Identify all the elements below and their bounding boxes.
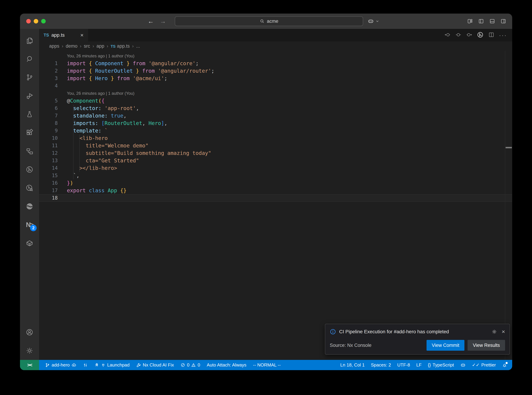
command-center-search[interactable]: acme: [175, 16, 363, 26]
more-actions-button[interactable]: ···: [499, 32, 507, 38]
code-text: export class App {}: [58, 187, 126, 193]
toggle-panel-icon[interactable]: [489, 18, 495, 24]
language-mode-status[interactable]: {} TypeScript: [428, 362, 454, 368]
breadcrumb[interactable]: apps›demo›src›app›TSapp.ts›...: [39, 41, 512, 51]
status-bar: >< add-hero Launchpad Nx Cloud AI Fix: [20, 360, 512, 370]
commit-graph-button[interactable]: [477, 31, 484, 39]
breadcrumb-separator: ›: [80, 44, 81, 49]
line-number: 3: [39, 76, 58, 81]
history-back-icon[interactable]: ←: [148, 17, 154, 25]
swirl-icon: [26, 202, 33, 210]
code-line-17: 17export class App {}: [39, 187, 512, 194]
sidebar-item-run-debug[interactable]: [20, 87, 39, 105]
sidebar-item-source-control[interactable]: [20, 68, 39, 87]
wrench-icon: [136, 363, 141, 368]
code-text: @Component({: [58, 98, 105, 104]
notification-settings-icon[interactable]: [492, 329, 497, 335]
code-editor[interactable]: You, 26 minutes ago | 1 author (You)1imp…: [39, 51, 512, 360]
line-number: 11: [39, 143, 58, 148]
tab-close-icon[interactable]: ×: [80, 32, 84, 38]
line-number: 17: [39, 188, 58, 193]
code-line-12: 12 subtitle="Build something amazing tod…: [39, 149, 512, 157]
indentation-status[interactable]: Spaces: 2: [371, 362, 391, 368]
sidebar-item-search[interactable]: [20, 50, 39, 68]
toggle-primary-sidebar-icon[interactable]: [478, 18, 484, 24]
view-commit-button[interactable]: View Commit: [427, 340, 465, 351]
toggle-secondary-sidebar-icon[interactable]: [500, 18, 506, 24]
encoding-status[interactable]: UTF-8: [397, 362, 410, 368]
auto-attach-status[interactable]: Auto Attach: Always: [207, 362, 246, 368]
copilot-menu[interactable]: [367, 14, 379, 29]
view-results-button[interactable]: View Results: [468, 340, 505, 351]
circled-branch-icon: [26, 165, 33, 174]
code-line-16: 16}): [39, 179, 512, 187]
tab-app-ts[interactable]: TS app.ts ×: [39, 29, 88, 41]
cursor-position-status[interactable]: Ln 18, Col 1: [340, 362, 365, 368]
code-line-7: 7 standalone: true,: [39, 112, 512, 120]
git-branch-status[interactable]: add-hero: [45, 362, 76, 368]
breadcrumb-item-app[interactable]: app: [97, 44, 104, 49]
sidebar-item-graph-search[interactable]: [20, 179, 39, 197]
blame-annotation: You, 26 minutes ago | 1 author (You): [39, 89, 512, 97]
close-window-button[interactable]: [26, 19, 31, 23]
vscode-window: ← → acme N> 2: [20, 14, 512, 370]
sidebar-item-nx-cloud[interactable]: [20, 197, 39, 216]
maximize-window-button[interactable]: [41, 19, 46, 23]
problems-status[interactable]: 0 0: [181, 362, 200, 368]
customize-layout-icon[interactable]: [467, 18, 473, 24]
code-text: import { RouterOutlet } from '@angular/r…: [58, 68, 214, 74]
sidebar-item-testing[interactable]: [20, 105, 39, 123]
copilot-status[interactable]: [460, 362, 466, 368]
error-count: 0: [187, 362, 189, 368]
line-number: 9: [39, 128, 58, 133]
typescript-file-icon: TS: [44, 33, 49, 38]
chevron-down-icon: [376, 19, 379, 23]
launchpad-status[interactable]: Launchpad: [94, 362, 130, 368]
files-icon: [26, 37, 33, 44]
sidebar-item-references[interactable]: [20, 142, 39, 160]
source-control-graph-status[interactable]: [83, 363, 88, 368]
code-text: <lib-hero: [58, 135, 108, 141]
line-number: 2: [39, 68, 58, 74]
account-button[interactable]: [20, 323, 39, 341]
info-icon: [330, 329, 336, 335]
breadcrumb-separator: ›: [107, 44, 108, 49]
prev-change-button[interactable]: [444, 32, 451, 38]
history-forward-icon[interactable]: →: [160, 17, 166, 25]
search-icon: [260, 19, 265, 24]
prettier-status[interactable]: ✓✓ Prettier: [472, 362, 496, 368]
line-number: 14: [39, 165, 58, 171]
next-change-button[interactable]: [466, 32, 472, 38]
tab-label: app.ts: [51, 32, 65, 38]
breadcrumb-separator: ›: [92, 44, 94, 49]
sidebar-item-nx-console[interactable]: N> 2: [20, 216, 39, 234]
line-number: 7: [39, 113, 58, 119]
breadcrumb-item-[interactable]: ...: [136, 44, 140, 49]
sidebar-item-containers[interactable]: [20, 234, 39, 252]
eol-status[interactable]: LF: [416, 362, 421, 368]
settings-button[interactable]: [20, 341, 39, 360]
breadcrumb-item-appts[interactable]: TSapp.ts: [111, 44, 130, 49]
line-number: 4: [39, 83, 58, 89]
split-editor-button[interactable]: [488, 32, 494, 38]
code-line-8: 8 imports: [RouterOutlet, Hero],: [39, 120, 512, 127]
sidebar-item-explorer[interactable]: [20, 31, 39, 50]
sidebar-item-extensions[interactable]: [20, 123, 39, 142]
breadcrumb-item-demo[interactable]: demo: [66, 44, 77, 49]
minimize-window-button[interactable]: [34, 19, 38, 23]
breadcrumb-item-apps[interactable]: apps: [49, 44, 59, 49]
copilot-icon: [460, 362, 466, 368]
typescript-file-icon: TS: [111, 44, 116, 49]
beaker-icon: [26, 110, 33, 118]
breadcrumb-item-src[interactable]: src: [84, 44, 90, 49]
vim-mode-status[interactable]: -- NORMAL --: [253, 362, 281, 368]
notifications-bell[interactable]: [502, 363, 507, 368]
notification-title: CI Pipeline Execution for #add-hero has …: [339, 329, 488, 335]
changes-button[interactable]: [455, 32, 462, 38]
notification-close-icon[interactable]: ×: [502, 328, 505, 335]
nx-cloud-fix-status[interactable]: Nx Cloud AI Fix: [136, 362, 174, 368]
git-branch-icon: [45, 363, 50, 368]
linked-boxes-icon: [26, 147, 33, 155]
sidebar-item-project-graph[interactable]: [20, 160, 39, 179]
remote-indicator[interactable]: ><: [20, 360, 39, 370]
